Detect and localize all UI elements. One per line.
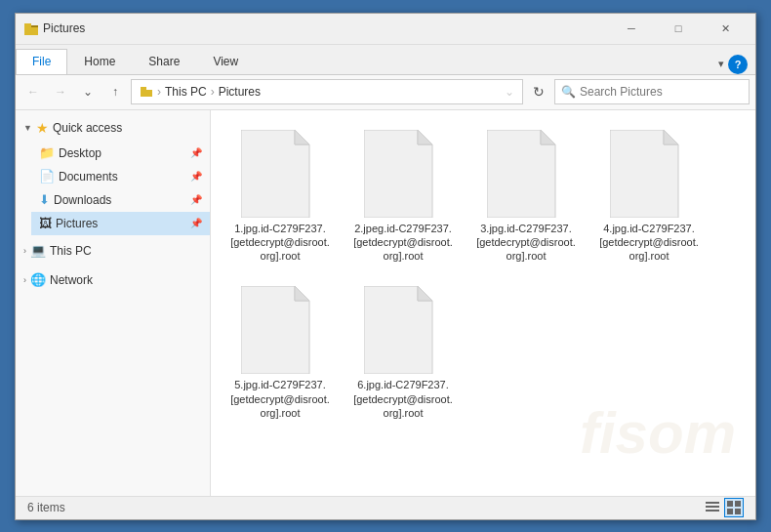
svg-marker-6: [295, 130, 309, 144]
file-icon-4: [610, 130, 688, 218]
file-item-3[interactable]: 3.jpg.id-C279F237.[getdecrypt@disroot.or…: [472, 126, 580, 267]
sidebar-item-pictures[interactable]: 🖼 Pictures 📌: [31, 212, 210, 235]
file-name-2: 2.jpeg.id-C279F237.[getdecrypt@disroot.o…: [353, 222, 453, 264]
pictures-label: Pictures: [56, 217, 98, 230]
file-item-5[interactable]: 5.jpg.id-C279F237.[getdecrypt@disroot.or…: [226, 282, 334, 424]
up-button[interactable]: ↑: [103, 80, 127, 103]
tab-file[interactable]: File: [16, 49, 67, 74]
svg-marker-10: [541, 130, 555, 144]
tab-view[interactable]: View: [196, 49, 255, 74]
svg-rect-20: [727, 501, 733, 507]
details-view-button[interactable]: [703, 498, 722, 517]
network-header[interactable]: › 🌐 Network: [16, 266, 210, 294]
this-pc-chevron: ›: [23, 246, 26, 256]
computer-icon: 💻: [30, 243, 46, 258]
file-name-6: 6.jpg.id-C279F237.[getdecrypt@disroot.or…: [353, 378, 453, 420]
explorer-window: Pictures ─ □ ✕ File Home Share View ▾ ? …: [15, 13, 756, 520]
search-input[interactable]: [580, 85, 743, 99]
svg-marker-8: [418, 130, 432, 144]
file-item-1[interactable]: 1.jpg.id-C279F237.[getdecrypt@disroot.or…: [226, 126, 334, 267]
path-icon: [140, 84, 153, 101]
quick-access-label: Quick access: [53, 121, 122, 135]
this-pc-section: › 💻 This PC: [16, 237, 210, 265]
svg-rect-18: [706, 506, 719, 508]
desktop-folder-icon: 📁: [39, 145, 55, 160]
file-name-4: 4.jpg.id-C279F237.[getdecrypt@disroot.or…: [599, 222, 699, 264]
back-button[interactable]: ←: [21, 80, 45, 103]
pinned-downloads-icon: 📌: [190, 194, 202, 205]
path-this-pc[interactable]: This PC: [165, 85, 207, 99]
ribbon-tabs: File Home Share View ▾ ?: [16, 45, 755, 74]
path-pictures[interactable]: Pictures: [219, 85, 261, 99]
quick-access-children: 📁 Desktop 📌 📄 Documents 📌 ⬇ Downloads 📌: [31, 142, 210, 235]
svg-marker-16: [418, 286, 432, 301]
path-dropdown-icon[interactable]: ⌄: [505, 85, 514, 99]
minimize-button[interactable]: ─: [609, 15, 654, 42]
svg-rect-17: [706, 502, 719, 504]
large-icons-view-button[interactable]: [724, 498, 744, 517]
file-icon-5: [241, 286, 319, 374]
file-icon-1: [241, 130, 319, 218]
documents-folder-icon: 📄: [39, 169, 55, 184]
path-separator-1: ›: [157, 85, 161, 99]
sidebar-item-downloads[interactable]: ⬇ Downloads 📌: [31, 188, 210, 212]
file-item-2[interactable]: 2.jpeg.id-C279F237.[getdecrypt@disroot.o…: [349, 126, 457, 267]
sidebar: ▼ ★ Quick access 📁 Desktop 📌 📄 Documents…: [16, 110, 211, 496]
pinned-documents-icon: 📌: [190, 171, 202, 182]
forward-button[interactable]: →: [49, 80, 72, 103]
item-count: 6 items: [27, 501, 65, 514]
downloads-label: Downloads: [54, 193, 111, 207]
network-label: Network: [50, 273, 93, 287]
window-controls: ─ □ ✕: [609, 15, 748, 42]
window-title: Pictures: [43, 21, 609, 35]
help-button[interactable]: ?: [728, 55, 748, 74]
network-chevron: ›: [23, 275, 26, 285]
network-section: › 🌐 Network: [16, 266, 210, 294]
svg-rect-2: [31, 25, 38, 27]
file-name-1: 1.jpg.id-C279F237.[getdecrypt@disroot.or…: [230, 222, 330, 264]
file-icon-3: [487, 130, 565, 218]
pictures-folder-icon: 🖼: [39, 216, 52, 230]
documents-label: Documents: [59, 170, 118, 184]
title-bar: Pictures ─ □ ✕: [16, 14, 755, 45]
network-icon: 🌐: [30, 272, 46, 287]
star-icon: ★: [36, 120, 49, 136]
address-path[interactable]: › This PC › Pictures ⌄: [131, 79, 523, 104]
file-icon-2: [364, 130, 442, 218]
pinned-desktop-icon: 📌: [190, 147, 202, 158]
file-icon-6: [364, 286, 442, 374]
svg-rect-19: [706, 510, 719, 512]
tab-home[interactable]: Home: [67, 49, 132, 74]
sidebar-item-documents[interactable]: 📄 Documents 📌: [31, 165, 210, 188]
file-item-4[interactable]: 4.jpg.id-C279F237.[getdecrypt@disroot.or…: [595, 126, 703, 267]
downloads-folder-icon: ⬇: [39, 192, 50, 207]
pinned-pictures-icon: 📌: [190, 218, 202, 228]
svg-marker-12: [664, 130, 678, 144]
main-area: ▼ ★ Quick access 📁 Desktop 📌 📄 Documents…: [16, 110, 755, 496]
window-icon: [23, 20, 39, 36]
file-name-3: 3.jpg.id-C279F237.[getdecrypt@disroot.or…: [476, 222, 576, 264]
search-icon: 🔍: [561, 85, 576, 99]
expand-nav-button[interactable]: ⌄: [76, 80, 100, 103]
this-pc-header[interactable]: › 💻 This PC: [16, 237, 210, 265]
quick-access-header[interactable]: ▼ ★ Quick access: [16, 114, 210, 142]
desktop-label: Desktop: [59, 146, 101, 160]
ribbon: File Home Share View ▾ ?: [16, 45, 755, 75]
view-controls: [703, 498, 744, 517]
maximize-button[interactable]: □: [656, 15, 701, 42]
path-separator-2: ›: [211, 85, 215, 99]
quick-access-chevron: ▼: [23, 123, 32, 133]
refresh-button[interactable]: ↻: [527, 80, 550, 103]
svg-rect-1: [24, 27, 38, 35]
expand-ribbon-button[interactable]: ▾: [718, 58, 724, 70]
close-button[interactable]: ✕: [703, 15, 748, 42]
search-box[interactable]: 🔍: [554, 79, 750, 104]
quick-access-section: ▼ ★ Quick access 📁 Desktop 📌 📄 Documents…: [16, 114, 210, 235]
file-name-5: 5.jpg.id-C279F237.[getdecrypt@disroot.or…: [230, 378, 330, 420]
status-bar: 6 items: [16, 496, 755, 519]
svg-rect-22: [727, 509, 733, 514]
sidebar-item-desktop[interactable]: 📁 Desktop 📌: [31, 142, 210, 165]
tab-share[interactable]: Share: [132, 49, 196, 74]
file-item-6[interactable]: 6.jpg.id-C279F237.[getdecrypt@disroot.or…: [349, 282, 457, 424]
svg-rect-21: [735, 501, 741, 507]
